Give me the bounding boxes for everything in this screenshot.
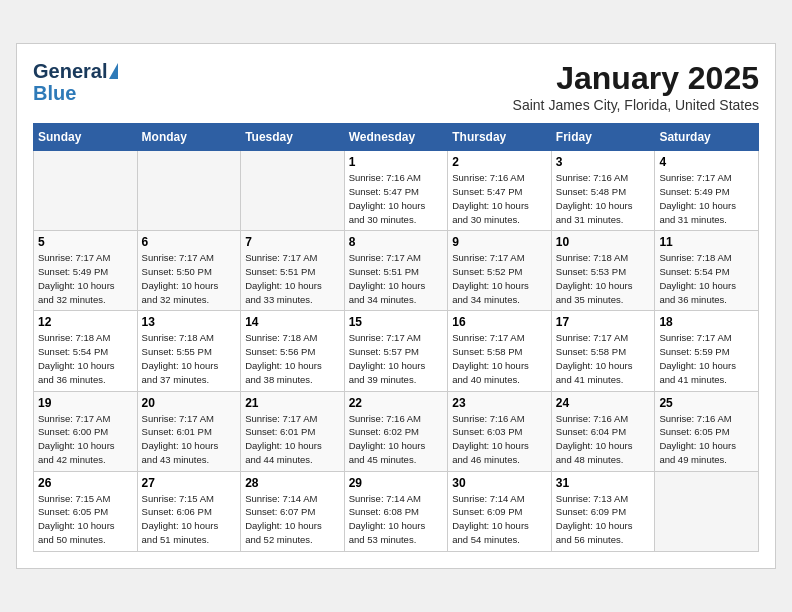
calendar-cell: 23Sunrise: 7:16 AMSunset: 6:03 PMDayligh… — [448, 391, 552, 471]
calendar-cell: 28Sunrise: 7:14 AMSunset: 6:07 PMDayligh… — [241, 471, 345, 551]
day-info: Sunrise: 7:17 AMSunset: 5:52 PMDaylight:… — [452, 251, 547, 306]
weekday-header-wednesday: Wednesday — [344, 124, 448, 151]
calendar-week-row-2: 12Sunrise: 7:18 AMSunset: 5:54 PMDayligh… — [34, 311, 759, 391]
day-number: 22 — [349, 396, 444, 410]
day-number: 6 — [142, 235, 237, 249]
calendar-cell: 29Sunrise: 7:14 AMSunset: 6:08 PMDayligh… — [344, 471, 448, 551]
day-number: 10 — [556, 235, 651, 249]
calendar-cell: 25Sunrise: 7:16 AMSunset: 6:05 PMDayligh… — [655, 391, 759, 471]
day-info: Sunrise: 7:17 AMSunset: 5:49 PMDaylight:… — [38, 251, 133, 306]
day-info: Sunrise: 7:17 AMSunset: 6:01 PMDaylight:… — [245, 412, 340, 467]
calendar-cell: 15Sunrise: 7:17 AMSunset: 5:57 PMDayligh… — [344, 311, 448, 391]
calendar-cell: 14Sunrise: 7:18 AMSunset: 5:56 PMDayligh… — [241, 311, 345, 391]
day-number: 13 — [142, 315, 237, 329]
month-title: January 2025 — [513, 60, 759, 97]
day-number: 17 — [556, 315, 651, 329]
calendar-cell: 3Sunrise: 7:16 AMSunset: 5:48 PMDaylight… — [551, 151, 655, 231]
logo-triangle-icon — [109, 63, 118, 79]
day-info: Sunrise: 7:14 AMSunset: 6:09 PMDaylight:… — [452, 492, 547, 547]
calendar-cell: 19Sunrise: 7:17 AMSunset: 6:00 PMDayligh… — [34, 391, 138, 471]
location: Saint James City, Florida, United States — [513, 97, 759, 113]
day-number: 1 — [349, 155, 444, 169]
day-info: Sunrise: 7:13 AMSunset: 6:09 PMDaylight:… — [556, 492, 651, 547]
day-info: Sunrise: 7:18 AMSunset: 5:55 PMDaylight:… — [142, 331, 237, 386]
day-info: Sunrise: 7:16 AMSunset: 6:03 PMDaylight:… — [452, 412, 547, 467]
day-info: Sunrise: 7:17 AMSunset: 5:58 PMDaylight:… — [452, 331, 547, 386]
day-number: 21 — [245, 396, 340, 410]
day-number: 15 — [349, 315, 444, 329]
calendar-cell: 20Sunrise: 7:17 AMSunset: 6:01 PMDayligh… — [137, 391, 241, 471]
calendar-cell: 31Sunrise: 7:13 AMSunset: 6:09 PMDayligh… — [551, 471, 655, 551]
logo: General Blue — [33, 60, 118, 104]
day-number: 2 — [452, 155, 547, 169]
day-info: Sunrise: 7:17 AMSunset: 5:59 PMDaylight:… — [659, 331, 754, 386]
calendar-wrapper: General Blue January 2025 Saint James Ci… — [16, 43, 776, 568]
weekday-header-row: SundayMondayTuesdayWednesdayThursdayFrid… — [34, 124, 759, 151]
logo-line1: General — [33, 60, 118, 82]
calendar-thead: SundayMondayTuesdayWednesdayThursdayFrid… — [34, 124, 759, 151]
day-number: 31 — [556, 476, 651, 490]
day-number: 29 — [349, 476, 444, 490]
calendar-cell — [241, 151, 345, 231]
calendar-cell: 26Sunrise: 7:15 AMSunset: 6:05 PMDayligh… — [34, 471, 138, 551]
calendar-cell: 5Sunrise: 7:17 AMSunset: 5:49 PMDaylight… — [34, 231, 138, 311]
day-info: Sunrise: 7:17 AMSunset: 5:58 PMDaylight:… — [556, 331, 651, 386]
calendar-cell — [655, 471, 759, 551]
logo-line2: Blue — [33, 82, 76, 104]
day-number: 11 — [659, 235, 754, 249]
day-number: 18 — [659, 315, 754, 329]
calendar-week-row-4: 26Sunrise: 7:15 AMSunset: 6:05 PMDayligh… — [34, 471, 759, 551]
calendar-cell: 12Sunrise: 7:18 AMSunset: 5:54 PMDayligh… — [34, 311, 138, 391]
day-number: 25 — [659, 396, 754, 410]
day-number: 28 — [245, 476, 340, 490]
day-info: Sunrise: 7:17 AMSunset: 5:50 PMDaylight:… — [142, 251, 237, 306]
calendar-cell: 10Sunrise: 7:18 AMSunset: 5:53 PMDayligh… — [551, 231, 655, 311]
day-info: Sunrise: 7:15 AMSunset: 6:05 PMDaylight:… — [38, 492, 133, 547]
weekday-header-sunday: Sunday — [34, 124, 138, 151]
day-info: Sunrise: 7:18 AMSunset: 5:54 PMDaylight:… — [659, 251, 754, 306]
day-info: Sunrise: 7:17 AMSunset: 5:49 PMDaylight:… — [659, 171, 754, 226]
calendar-cell: 17Sunrise: 7:17 AMSunset: 5:58 PMDayligh… — [551, 311, 655, 391]
logo-text-blue: Blue — [33, 82, 76, 104]
day-info: Sunrise: 7:17 AMSunset: 6:00 PMDaylight:… — [38, 412, 133, 467]
day-number: 24 — [556, 396, 651, 410]
calendar-header: General Blue January 2025 Saint James Ci… — [33, 60, 759, 113]
title-block: January 2025 Saint James City, Florida, … — [513, 60, 759, 113]
day-number: 4 — [659, 155, 754, 169]
day-info: Sunrise: 7:17 AMSunset: 5:51 PMDaylight:… — [245, 251, 340, 306]
day-number: 8 — [349, 235, 444, 249]
day-number: 30 — [452, 476, 547, 490]
day-info: Sunrise: 7:15 AMSunset: 6:06 PMDaylight:… — [142, 492, 237, 547]
day-info: Sunrise: 7:16 AMSunset: 6:04 PMDaylight:… — [556, 412, 651, 467]
day-info: Sunrise: 7:18 AMSunset: 5:56 PMDaylight:… — [245, 331, 340, 386]
day-info: Sunrise: 7:17 AMSunset: 6:01 PMDaylight:… — [142, 412, 237, 467]
calendar-cell: 6Sunrise: 7:17 AMSunset: 5:50 PMDaylight… — [137, 231, 241, 311]
day-info: Sunrise: 7:16 AMSunset: 5:48 PMDaylight:… — [556, 171, 651, 226]
calendar-cell — [137, 151, 241, 231]
calendar-cell: 2Sunrise: 7:16 AMSunset: 5:47 PMDaylight… — [448, 151, 552, 231]
day-number: 27 — [142, 476, 237, 490]
calendar-table: SundayMondayTuesdayWednesdayThursdayFrid… — [33, 123, 759, 551]
weekday-header-thursday: Thursday — [448, 124, 552, 151]
day-info: Sunrise: 7:16 AMSunset: 5:47 PMDaylight:… — [349, 171, 444, 226]
weekday-header-tuesday: Tuesday — [241, 124, 345, 151]
calendar-cell: 18Sunrise: 7:17 AMSunset: 5:59 PMDayligh… — [655, 311, 759, 391]
calendar-week-row-1: 5Sunrise: 7:17 AMSunset: 5:49 PMDaylight… — [34, 231, 759, 311]
calendar-cell: 24Sunrise: 7:16 AMSunset: 6:04 PMDayligh… — [551, 391, 655, 471]
calendar-cell: 7Sunrise: 7:17 AMSunset: 5:51 PMDaylight… — [241, 231, 345, 311]
logo-text-general: General — [33, 60, 107, 82]
calendar-cell: 30Sunrise: 7:14 AMSunset: 6:09 PMDayligh… — [448, 471, 552, 551]
day-info: Sunrise: 7:16 AMSunset: 6:02 PMDaylight:… — [349, 412, 444, 467]
day-number: 12 — [38, 315, 133, 329]
day-number: 3 — [556, 155, 651, 169]
weekday-header-saturday: Saturday — [655, 124, 759, 151]
day-info: Sunrise: 7:18 AMSunset: 5:54 PMDaylight:… — [38, 331, 133, 386]
calendar-body: 1Sunrise: 7:16 AMSunset: 5:47 PMDaylight… — [34, 151, 759, 551]
day-number: 19 — [38, 396, 133, 410]
weekday-header-monday: Monday — [137, 124, 241, 151]
day-number: 23 — [452, 396, 547, 410]
calendar-cell: 16Sunrise: 7:17 AMSunset: 5:58 PMDayligh… — [448, 311, 552, 391]
calendar-cell: 22Sunrise: 7:16 AMSunset: 6:02 PMDayligh… — [344, 391, 448, 471]
calendar-week-row-3: 19Sunrise: 7:17 AMSunset: 6:00 PMDayligh… — [34, 391, 759, 471]
day-number: 16 — [452, 315, 547, 329]
